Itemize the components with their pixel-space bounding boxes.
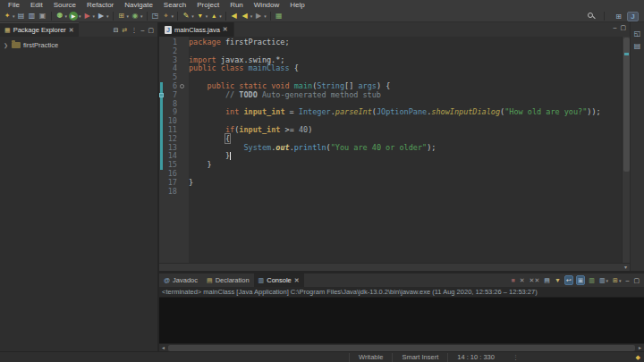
restore-view-icon[interactable]: ◱ bbox=[634, 29, 641, 38]
dropdown-arrow-icon[interactable]: ▾ bbox=[79, 13, 81, 19]
dropdown-arrow-icon[interactable]: ▾ bbox=[206, 13, 208, 19]
save-button[interactable]: ▤ bbox=[16, 12, 27, 21]
dropdown-arrow-icon[interactable]: ▾ bbox=[127, 13, 130, 19]
menu-help[interactable]: Help bbox=[284, 0, 309, 11]
editor-horizontal-scrollbar[interactable]: ▾ bbox=[159, 263, 630, 271]
scrollbar-thumb[interactable] bbox=[623, 38, 630, 172]
back-button[interactable]: ◀▾ bbox=[240, 12, 254, 21]
new-class-button[interactable]: ◉▾ bbox=[130, 12, 144, 21]
fold-column bbox=[179, 188, 187, 197]
menu-edit[interactable]: Edit bbox=[25, 0, 48, 11]
dropdown-arrow-icon[interactable]: ▾ bbox=[140, 13, 143, 19]
screenshot-button[interactable]: ▦ bbox=[274, 12, 284, 21]
clear-console-button[interactable]: ▤ bbox=[543, 275, 551, 285]
dropdown-arrow-icon[interactable]: ▾ bbox=[106, 13, 109, 19]
code-token: System bbox=[243, 143, 271, 152]
code-token: } bbox=[189, 178, 193, 187]
next-annotation-button[interactable]: ▾▾ bbox=[195, 12, 209, 21]
menu-file[interactable]: File bbox=[3, 0, 25, 11]
pin-console-button[interactable]: ▣ bbox=[576, 275, 586, 285]
code-editor[interactable]: 1package firstPractice;23import javax.sw… bbox=[159, 37, 622, 263]
scroll-lock-button[interactable]: ▼ bbox=[554, 275, 562, 285]
tab-javadoc[interactable]: @Javadoc bbox=[159, 274, 202, 287]
view-menu-icon[interactable]: ⋮ bbox=[131, 26, 137, 34]
minimize-icon: – bbox=[625, 276, 629, 284]
menu-search[interactable]: Search bbox=[158, 0, 191, 11]
scroll-right-icon[interactable]: ▸ bbox=[636, 344, 644, 351]
open-perspective-button[interactable]: ⊞ bbox=[613, 12, 624, 21]
fold-column bbox=[179, 152, 187, 161]
maximize-button[interactable]: ▢ bbox=[632, 275, 640, 285]
search-icon[interactable] bbox=[588, 13, 596, 21]
tab-package-explorer[interactable]: ▦ Package Explorer ✕ bbox=[0, 22, 79, 37]
menu-navigate[interactable]: Navigate bbox=[119, 0, 158, 11]
save-all-button[interactable]: ▥ bbox=[27, 12, 38, 21]
dropdown-arrow-icon[interactable]: ▾ bbox=[191, 13, 194, 19]
fold-marker-icon[interactable] bbox=[180, 84, 184, 88]
menu-source[interactable]: Source bbox=[48, 0, 81, 11]
tab-mainclass-java[interactable]: J mainClass.java ✕ bbox=[159, 22, 234, 37]
show-console-on-output-button[interactable]: ▥ bbox=[588, 275, 596, 285]
forward-button[interactable]: ▶▾ bbox=[253, 12, 267, 21]
dropdown-arrow-icon[interactable]: ▾ bbox=[264, 13, 267, 19]
debug-button[interactable]: ⚉▾ bbox=[55, 12, 69, 21]
console-horizontal-scrollbar[interactable]: ◂ ▸ bbox=[159, 343, 644, 351]
last-edit-location-button[interactable]: ◀ bbox=[229, 12, 240, 21]
dropdown-arrow-icon[interactable]: ▾ bbox=[172, 13, 174, 19]
dropdown-arrow-icon[interactable]: ▾ bbox=[606, 278, 609, 283]
remove-launch-button[interactable]: ✕ bbox=[519, 275, 526, 285]
minimize-icon[interactable]: – bbox=[140, 26, 144, 34]
package-explorer-tabbar: ▦ Package Explorer ✕ ⊟⇄⋮–▢ bbox=[0, 22, 157, 37]
minimize-icon[interactable]: – bbox=[613, 24, 616, 31]
external-tools-button[interactable]: ▶▾ bbox=[96, 12, 110, 21]
minimize-button[interactable]: – bbox=[624, 275, 630, 285]
profile-button[interactable]: ▶▾ bbox=[82, 12, 97, 21]
display-selected-console-button[interactable]: ▥▾ bbox=[598, 275, 609, 285]
minimized-view-icon[interactable]: ▤ bbox=[634, 42, 641, 50]
link-with-editor-icon[interactable]: ⇄ bbox=[123, 26, 128, 34]
dropdown-arrow-icon[interactable]: ▾ bbox=[219, 13, 222, 19]
fold-column bbox=[179, 135, 187, 144]
tab-console[interactable]: ▥Console✕ bbox=[254, 274, 304, 287]
code-line: 17} bbox=[159, 179, 622, 188]
open-task-button[interactable]: ▣ bbox=[38, 12, 48, 21]
console-output[interactable] bbox=[159, 298, 644, 343]
menu-window[interactable]: Window bbox=[249, 0, 284, 11]
scrollbar-thumb[interactable] bbox=[168, 345, 635, 351]
tree-item-firstpractice[interactable]: ❯ firstPractice bbox=[4, 40, 157, 50]
new-wizard-button[interactable]: ✦▾ bbox=[2, 12, 16, 21]
dropdown-arrow-icon[interactable]: ▾ bbox=[13, 13, 15, 19]
new-java-project-button[interactable]: ⊞▾ bbox=[116, 12, 131, 21]
dropdown-arrow-icon[interactable]: ▾ bbox=[65, 13, 68, 19]
overview-ruler-task-mark[interactable] bbox=[624, 53, 629, 55]
run-button[interactable]: ▶▾ bbox=[68, 12, 82, 21]
java-search-button[interactable]: ⌖▾ bbox=[161, 12, 175, 21]
menu-project[interactable]: Project bbox=[191, 0, 225, 11]
menu-run[interactable]: Run bbox=[225, 0, 249, 11]
dropdown-arrow-icon[interactable]: ▾ bbox=[619, 278, 622, 283]
close-icon[interactable]: ✕ bbox=[223, 26, 228, 33]
scroll-down-icon[interactable]: ▾ bbox=[622, 264, 630, 271]
menu-refactor[interactable]: Refactor bbox=[81, 0, 119, 11]
tab-declaration[interactable]: ▤Declaration bbox=[202, 274, 254, 287]
maximize-icon[interactable]: ▢ bbox=[620, 24, 626, 31]
editor-vertical-scrollbar[interactable] bbox=[622, 37, 630, 263]
scroll-left-icon[interactable]: ◂ bbox=[159, 344, 167, 351]
open-type-button[interactable]: ◳ bbox=[150, 12, 161, 21]
open-type-icon: ◳ bbox=[151, 12, 160, 21]
dropdown-arrow-icon[interactable]: ▾ bbox=[93, 13, 96, 19]
notification-icon[interactable]: ◆ bbox=[636, 354, 640, 361]
remove-all-terminated-button[interactable]: ✕✕ bbox=[529, 275, 541, 285]
collapse-all-icon[interactable]: ⊟ bbox=[114, 26, 119, 34]
maximize-icon[interactable]: ▢ bbox=[148, 26, 154, 34]
annotate-button[interactable]: ✎▾ bbox=[181, 12, 195, 21]
open-console-button[interactable]: ⊞▾ bbox=[612, 275, 622, 285]
previous-annotation-button[interactable]: ▴▾ bbox=[208, 12, 223, 21]
dropdown-arrow-icon[interactable]: ▾ bbox=[250, 13, 253, 19]
line-number[interactable]: 18 bbox=[159, 188, 179, 197]
java-perspective-button[interactable]: J bbox=[627, 12, 639, 21]
word-wrap-button[interactable]: ↩ bbox=[564, 275, 573, 285]
terminate-button[interactable]: ■ bbox=[510, 275, 515, 285]
close-icon[interactable]: ✕ bbox=[69, 27, 74, 34]
close-icon[interactable]: ✕ bbox=[294, 277, 300, 284]
